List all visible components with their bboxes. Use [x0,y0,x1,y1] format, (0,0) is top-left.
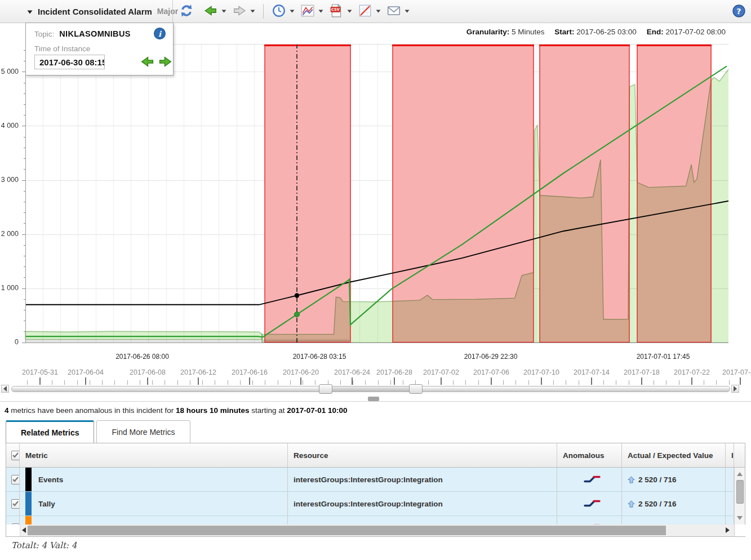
anomaly-sparkline-icon [584,499,601,509]
table-horizontal-scrollbar[interactable] [6,525,745,536]
dropdown-caret-icon[interactable] [318,10,323,13]
info-button[interactable]: i [153,27,166,42]
incident-selector[interactable]: Incident Consolidated Alarm Major [27,0,178,23]
anomaly-chart-plot[interactable] [21,44,728,345]
up-arrow-icon [628,476,635,483]
more-cell [726,468,734,492]
summary-text-1: metrics have been anomalous in this inci… [9,406,176,415]
anomaly-start-time: 2017-07-01 10:00 [287,406,347,415]
scroll-right-arrow-icon[interactable] [726,527,730,533]
header-anomalous[interactable]: Anomalous [557,443,622,468]
clock-icon [272,3,286,20]
dropdown-caret-icon[interactable] [405,10,410,13]
end-label: End: [647,28,664,36]
vertical-scrollbar-thumb[interactable] [736,480,744,504]
x-axis-tick-label: 2017-06-26 08:00 [103,353,182,361]
scroll-up-arrow-icon[interactable] [737,472,743,476]
timeline-scroll-left-button[interactable] [1,385,9,393]
totals-status-text: Totalt: 4 Valt: 4 [11,540,77,550]
green-right-arrow-icon [158,61,172,70]
horizontal-scrollbar-thumb[interactable] [28,526,666,535]
mail-button[interactable] [385,2,411,21]
forward-arrow-icon [232,3,247,20]
clock-button[interactable] [270,2,296,21]
table-body: EventsinterestGroups:InterestGroup:Integ… [6,468,734,525]
table-row[interactable]: TallyinterestGroups:InterestGroup:Integr… [6,492,734,516]
table-vertical-scrollbar[interactable] [734,468,745,525]
timeline-selected-range[interactable] [331,386,409,392]
scatter-grid-button[interactable] [357,2,382,21]
timeline-scroll-right-button[interactable] [731,385,739,393]
dropdown-caret-icon[interactable] [290,10,295,13]
resource-cell: interestGroups:InterestGroup:Integration [288,492,557,516]
timeline-date-label: 2017-07-10 [517,368,566,376]
metric-name: Tally [38,500,55,508]
refresh-icon [179,3,194,20]
more-cell [726,492,734,516]
dropdown-caret-icon[interactable] [376,10,381,13]
forward-arrow-button[interactable] [231,2,256,21]
help-icon: ? [731,12,746,20]
back-arrow-button[interactable] [202,2,228,21]
y-axis-tick-label: 2 000 [0,230,19,238]
top-toolbar: Incident Consolidated Alarm Major CSV ? [0,0,751,23]
table-row[interactable] [6,516,734,525]
row-checkbox[interactable] [11,499,20,509]
metric-color-swatch [25,468,32,492]
instance-time-input[interactable] [34,55,105,69]
timeline-slider-handle-left[interactable] [319,384,332,394]
toolbar-divider [172,0,173,23]
row-checkbox[interactable] [11,475,20,485]
end-value: 2017-07-02 08:00 [665,28,726,36]
scroll-left-arrow-icon[interactable] [22,527,26,533]
timeline-date-label: 2017-06-04 [61,368,110,376]
header-more-truncated[interactable]: I [726,443,734,468]
anomalous-cell [557,492,622,516]
header-resource[interactable]: Resource [288,443,557,468]
timeline-date-label: 2017-06-12 [174,368,223,376]
anomalous-cell [557,468,622,492]
timeline-date-label: 2017-06-28 [370,368,419,376]
metric-name: Events [38,475,63,484]
back-arrow-icon [203,3,218,20]
table-row[interactable]: EventsinterestGroups:InterestGroup:Integ… [6,468,734,492]
tab-find-more-metrics[interactable]: Find More Metrics [96,420,190,443]
scatter-grid-icon [358,3,372,20]
timeline-date-label: 2017-06-08 [123,368,172,376]
csv-export-button[interactable]: CSV [328,2,353,21]
previous-instance-button[interactable] [140,55,154,70]
dropdown-caret-icon[interactable] [347,10,352,13]
start-value: 2017-06-25 03:00 [576,28,637,36]
panel-scrollbar-thumb[interactable] [368,397,379,401]
up-arrow-icon [628,500,635,508]
related-metrics-table: Metric Resource Anomalous Actual / Expec… [6,443,745,537]
next-instance-button[interactable] [158,55,172,70]
tab-related-metrics[interactable]: Related Metrics [6,420,94,443]
dropdown-caret-icon[interactable] [221,10,226,13]
timeline-date-label: 2017-07-14 [567,368,616,376]
timeline-slider-handle-right[interactable] [409,384,423,394]
y-axis-tick-label: 0 [0,338,19,346]
refresh-button[interactable] [178,2,195,21]
metric-cell: Events [20,468,288,492]
scrollbar-corner [734,525,745,536]
metric-cell [20,516,288,525]
x-axis-tick-label: 2017-06-28 03:15 [280,353,359,361]
row-checkbox-cell [6,516,20,525]
header-metric[interactable]: Metric [20,443,288,468]
instance-info-panel: Topic: NIKLASOMNIBUS i Time of Instance [25,23,174,75]
left-arrow-icon [3,386,7,392]
header-actual-expected[interactable]: Actual / Expected Value [622,443,726,468]
actual-expected-cell: 2 520 / 716 [622,492,726,516]
scrollbar-left-gap [6,525,20,536]
scroll-down-arrow-icon[interactable] [737,516,743,520]
help-button[interactable]: ? [731,3,746,20]
csv-export-icon: CSV [329,3,344,20]
dropdown-caret-icon[interactable] [250,10,255,13]
timeline-date-label: 2017-07-18 [617,368,666,376]
y-axis-tick-label: 1 000 [0,284,19,292]
incident-title: Incident Consolidated Alarm [38,7,152,16]
select-all-checkbox[interactable] [11,451,20,460]
line-chart-button[interactable] [299,2,325,21]
table-header-row: Metric Resource Anomalous Actual / Expec… [6,443,734,468]
